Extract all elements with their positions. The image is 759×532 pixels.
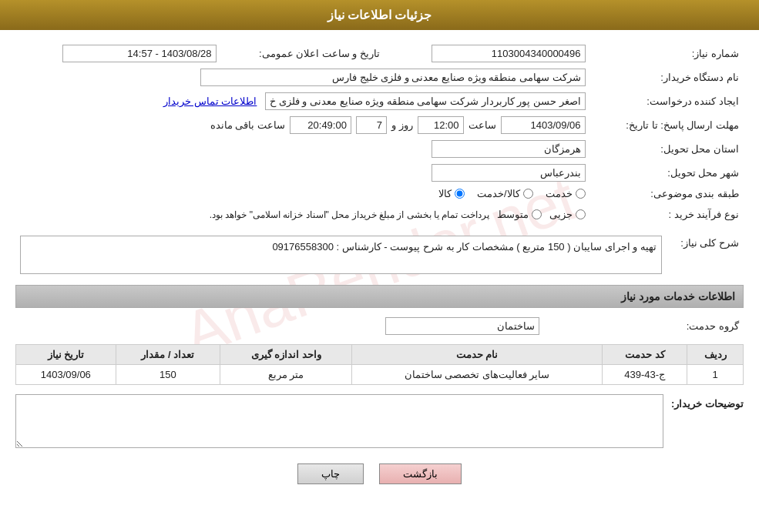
need-description-label: شرح کلی نیاز: xyxy=(667,233,744,277)
process-label: نوع فرآیند خرید : xyxy=(590,202,744,226)
service-group-value: ساختمان xyxy=(385,317,539,335)
category-option-service[interactable]: خدمت xyxy=(546,188,586,199)
creator-link[interactable]: اطلاعات تماس خریدار xyxy=(163,95,257,107)
remaining-value: 20:49:00 xyxy=(290,116,351,134)
city-value: بندرعباس xyxy=(432,164,586,182)
send-date-label: مهلت ارسال پاسخ: تا تاریخ: xyxy=(590,113,744,137)
province-label: استان محل تحویل: xyxy=(590,137,744,161)
send-time-value: 12:00 xyxy=(418,116,464,134)
city-label: شهر محل تحویل: xyxy=(590,161,744,185)
send-date-value: 1403/09/06 xyxy=(501,116,586,134)
send-days-label: روز و xyxy=(391,119,413,131)
col-index: ردیف xyxy=(687,345,744,365)
col-name: نام حدمت xyxy=(352,345,603,365)
need-number-value: 1103004340000496 xyxy=(432,45,586,62)
back-button[interactable]: بازگشت xyxy=(379,463,462,484)
category-label: طبقه بندی موضوعی: xyxy=(590,185,744,202)
need-description-value: تهیه و اجرای سایبان ( 150 متربع ) مشخصات… xyxy=(20,236,662,274)
service-group-label: گروه حدمت: xyxy=(544,314,744,338)
process-note: پرداخت تمام یا بخشی از مبلغ خریداز محل "… xyxy=(210,209,489,220)
announce-datetime-value: 1403/08/28 - 14:57 xyxy=(62,45,217,62)
buyer-comments-textarea[interactable] xyxy=(15,394,663,448)
send-days-value: 7 xyxy=(356,116,387,134)
announce-datetime-label: تاریخ و ساعت اعلان عمومی: xyxy=(221,42,385,65)
buyer-name-value: شرکت سهامی منطقه ویژه صنایع معدنی و فلزی… xyxy=(200,69,586,86)
col-date: تاریخ نیاز xyxy=(16,345,116,365)
process-option-medium[interactable]: متوسط xyxy=(497,209,542,220)
process-option-partial[interactable]: جزیی xyxy=(549,209,586,220)
need-number-label: شماره نیاز: xyxy=(590,42,744,65)
province-value: هرمزگان xyxy=(432,140,586,158)
send-time-label: ساعت xyxy=(468,119,496,131)
category-option-goods-service[interactable]: کالا/خدمت xyxy=(477,188,533,199)
creator-label: ایجاد کننده درخواست: xyxy=(590,89,744,113)
col-qty: تعداد / مقدار xyxy=(116,345,220,365)
remaining-label: ساعت باقی مانده xyxy=(210,119,285,131)
page-header: جزئیات اطلاعات نیاز xyxy=(0,0,759,30)
page-title: جزئیات اطلاعات نیاز xyxy=(327,8,432,22)
table-row: 1ج-43-439سایر فعالیت‌های تخصصی ساختمانمت… xyxy=(16,365,744,385)
col-unit: واحد اندازه گیری xyxy=(220,345,352,365)
category-option-goods[interactable]: کالا xyxy=(438,188,465,199)
buyer-name-label: نام دستگاه خریدار: xyxy=(590,65,744,89)
services-table: ردیف کد حدمت نام حدمت واحد اندازه گیری ت… xyxy=(15,344,744,385)
services-section-title: اطلاعات خدمات مورد نیاز xyxy=(15,285,744,308)
print-button[interactable]: چاپ xyxy=(297,463,364,484)
buyer-comments-label: توضیحات خریدار: xyxy=(671,394,744,410)
col-code: کد حدمت xyxy=(603,345,687,365)
creator-value: اصغر حسن پور کاربردار شرکت سهامی منطقه و… xyxy=(265,92,585,110)
